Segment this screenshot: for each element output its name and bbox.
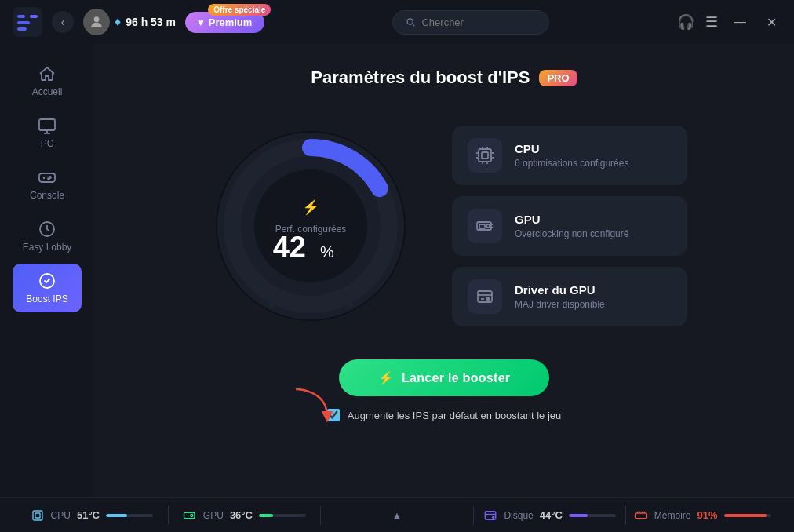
status-chevron[interactable]: ▲ bbox=[321, 509, 473, 522]
gauge-container: ⚡ Perf. configurées 42 % bbox=[201, 116, 421, 336]
page-title: Paramètres du boost d'IPS bbox=[311, 67, 530, 88]
status-disk: Disque 44°C bbox=[474, 508, 626, 523]
card-gpu: GPU Overclocking non configuré bbox=[452, 196, 687, 256]
status-memory-icon bbox=[634, 508, 648, 523]
gpu-temp: 36°C bbox=[230, 509, 253, 521]
svg-point-5 bbox=[94, 16, 100, 22]
card-gpu-text: GPU Overclocking non configuré bbox=[515, 213, 628, 239]
status-gpu-icon bbox=[183, 508, 197, 523]
console-icon bbox=[38, 168, 56, 187]
sidebar-item-accueil[interactable]: Accueil bbox=[13, 56, 82, 105]
status-cpu: CPU 51°C bbox=[16, 508, 168, 523]
gpu-bar bbox=[259, 514, 306, 517]
sidebar-console-label: Console bbox=[30, 190, 64, 201]
content-row: ⚡ Perf. configurées 42 % bbox=[126, 116, 763, 336]
pro-badge: PRO bbox=[539, 70, 577, 86]
card-gpu-title: GPU bbox=[515, 213, 628, 226]
svg-point-51 bbox=[191, 514, 193, 516]
svg-text:%: % bbox=[320, 243, 334, 261]
bolt-icon: ⚡ bbox=[378, 370, 394, 385]
status-memory: Mémoire 91% bbox=[626, 508, 778, 523]
main-layout: Accueil PC Console bbox=[0, 44, 794, 497]
card-gpu-desc: Overclocking non configuré bbox=[515, 228, 628, 239]
bottom-section: ⚡ Lancer le booster Augmente les IPS par… bbox=[327, 359, 561, 421]
card-gpu-driver: Driver du GPU MAJ driver disponible bbox=[452, 267, 687, 326]
sidebar-accueil-label: Accueil bbox=[32, 86, 63, 97]
cpu-bar bbox=[106, 514, 153, 517]
svg-point-15 bbox=[48, 178, 49, 180]
svg-point-26 bbox=[268, 301, 275, 308]
memory-temp: 91% bbox=[697, 509, 718, 521]
gpu-status-label: GPU bbox=[203, 510, 224, 521]
pc-icon bbox=[38, 116, 56, 135]
svg-point-54 bbox=[493, 516, 494, 518]
titlebar-right: 🎧 ☰ — ✕ bbox=[677, 12, 781, 33]
back-button[interactable]: ‹ bbox=[52, 11, 74, 33]
card-cpu-desc: 6 optimisations configurées bbox=[515, 158, 628, 169]
search-box[interactable] bbox=[392, 10, 549, 35]
page-title-row: Paramètres du boost d'IPS PRO bbox=[311, 67, 577, 88]
checkbox-row: Augmente les IPS par défaut en boostant … bbox=[327, 409, 561, 421]
memory-status-label: Mémoire bbox=[654, 510, 691, 521]
headset-icon[interactable]: 🎧 bbox=[677, 13, 694, 31]
cpu-status-label: CPU bbox=[51, 510, 71, 521]
heart-icon: ♥ bbox=[198, 16, 204, 28]
svg-point-27 bbox=[347, 301, 353, 308]
status-cpu-icon bbox=[31, 508, 45, 523]
disk-status-label: Disque bbox=[504, 510, 533, 521]
svg-line-7 bbox=[413, 24, 415, 26]
svg-rect-55 bbox=[635, 513, 646, 519]
close-button[interactable]: ✕ bbox=[762, 12, 781, 33]
svg-point-46 bbox=[487, 298, 490, 301]
premium-label: Premium bbox=[209, 16, 253, 28]
card-cpu-text: CPU 6 optimisations configurées bbox=[515, 142, 628, 169]
launch-button[interactable]: ⚡ Lancer le booster bbox=[339, 359, 550, 396]
cpu-temp: 51°C bbox=[77, 509, 100, 521]
content-area: Paramètres du boost d'IPS PRO ⚡ bbox=[94, 44, 794, 497]
svg-rect-1 bbox=[17, 15, 25, 18]
boost-checkbox-label: Augmente les IPS par défaut en boostant … bbox=[348, 410, 561, 421]
svg-rect-29 bbox=[482, 152, 488, 159]
user-info: ♦ 96 h 53 m bbox=[83, 9, 176, 35]
memory-bar bbox=[724, 514, 771, 517]
titlebar: ‹ ♦ 96 h 53 m ♥ Premium Offre spéciale bbox=[0, 0, 794, 44]
svg-rect-11 bbox=[39, 173, 55, 182]
sidebar-boost-ips-label: Boost IPS bbox=[26, 293, 67, 304]
sidebar-item-easy-lobby[interactable]: Easy Lobby bbox=[13, 212, 82, 261]
launch-label: Lancer le booster bbox=[402, 371, 510, 385]
disk-bar bbox=[569, 514, 616, 517]
disk-temp: 44°C bbox=[540, 509, 563, 521]
sidebar-item-console[interactable]: Console bbox=[13, 160, 82, 209]
sidebar-item-boost-ips[interactable]: Boost IPS bbox=[13, 264, 82, 312]
statusbar: CPU 51°C GPU 36°C ▲ Disque 44°C bbox=[0, 497, 794, 532]
cards-column: CPU 6 optimisations configurées bbox=[452, 126, 687, 326]
svg-rect-3 bbox=[17, 27, 27, 31]
svg-rect-28 bbox=[479, 149, 491, 162]
svg-text:42: 42 bbox=[273, 231, 306, 264]
svg-rect-2 bbox=[17, 21, 30, 24]
boost-ips-icon bbox=[38, 271, 56, 290]
status-gpu: GPU 36°C bbox=[169, 508, 321, 523]
chevron-up-icon[interactable]: ▲ bbox=[392, 509, 402, 522]
easy-lobby-icon bbox=[38, 220, 56, 239]
svg-rect-8 bbox=[39, 119, 55, 130]
play-time: 96 h 53 m bbox=[126, 16, 176, 28]
gpu-driver-icon bbox=[468, 279, 502, 314]
sidebar-pc-label: PC bbox=[41, 138, 54, 149]
svg-text:⚡: ⚡ bbox=[302, 199, 320, 216]
gauge-chart: ⚡ Perf. configurées 42 % bbox=[201, 116, 421, 336]
home-icon bbox=[38, 64, 56, 83]
card-gpu-driver-desc: MAJ driver disponible bbox=[515, 299, 605, 310]
svg-rect-43 bbox=[478, 291, 492, 302]
offre-badge: Offre spéciale bbox=[208, 4, 271, 16]
list-icon[interactable]: ☰ bbox=[705, 13, 718, 31]
search-input[interactable] bbox=[421, 16, 536, 28]
svg-rect-49 bbox=[35, 513, 40, 518]
minimize-button[interactable]: — bbox=[729, 12, 751, 32]
premium-button[interactable]: ♥ Premium Offre spéciale bbox=[185, 12, 264, 33]
card-cpu-title: CPU bbox=[515, 142, 628, 155]
app-logo bbox=[13, 7, 42, 37]
sidebar-item-pc[interactable]: PC bbox=[13, 108, 82, 157]
svg-point-6 bbox=[407, 19, 413, 24]
card-cpu: CPU 6 optimisations configurées bbox=[452, 126, 687, 185]
